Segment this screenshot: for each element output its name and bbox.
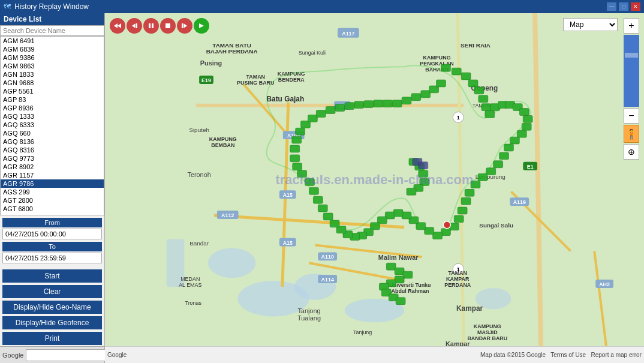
svg-rect-130 [330, 220, 339, 227]
svg-text:1: 1 [457, 115, 460, 121]
svg-rect-143 [419, 162, 428, 169]
device-listbox[interactable]: AGM 6491AGM 6839AGM 9386AGM 9863AGN 1833… [0, 36, 104, 215]
svg-text:Tualang: Tualang [297, 314, 321, 322]
svg-text:Siputeh: Siputeh [189, 127, 209, 133]
device-list-item[interactable]: AGN 1833 [1, 70, 104, 79]
svg-rect-120 [402, 212, 411, 219]
svg-text:Kampar: Kampar [446, 340, 470, 346]
svg-rect-133 [313, 196, 323, 203]
main-content: Device List AGM 6491AGM 6839AGM 9386AGM … [0, 13, 644, 363]
device-list-item[interactable]: AGM 9386 [1, 53, 104, 62]
device-list-item[interactable]: AGQ 660 [1, 129, 104, 137]
device-list-item[interactable]: AGM 9863 [1, 62, 104, 70]
print-button[interactable]: Print [2, 332, 102, 345]
map-search-input[interactable] [26, 349, 115, 361]
svg-text:Tanjung: Tanjung [353, 329, 372, 335]
svg-text:MEDAN: MEDAN [180, 276, 200, 282]
svg-point-3 [345, 299, 404, 323]
svg-rect-152 [316, 110, 326, 118]
play-button[interactable] [194, 18, 209, 34]
search-device-input[interactable] [0, 25, 104, 36]
display-hide-geoname-button[interactable]: Display/Hide Geo-Name [2, 301, 102, 314]
svg-rect-179 [149, 23, 151, 28]
pause-button[interactable] [143, 18, 159, 34]
device-list-item[interactable]: AGT 6800 [1, 205, 104, 213]
device-list-item[interactable]: AGP 83 [1, 95, 104, 104]
pan-button[interactable]: ⊕ [624, 144, 639, 160]
map-container[interactable]: A117 A8 A108 A15 A15 A112 A110 A114 A119… [105, 13, 644, 346]
google-label: Google [2, 352, 23, 359]
svg-text:AL EMAS: AL EMAS [179, 282, 201, 288]
close-button[interactable]: ✕ [631, 2, 640, 11]
svg-rect-103 [504, 144, 514, 151]
svg-text:BEMBAN: BEMBAN [211, 142, 234, 148]
terms-link[interactable]: Terms of Use [550, 352, 586, 358]
zoom-controls: + − 🧍 ⊕ [624, 18, 639, 160]
device-list-item[interactable]: AGR 9786 [1, 179, 104, 188]
svg-text:PERDANA: PERDANA [444, 282, 471, 288]
zoom-out-button[interactable]: − [624, 108, 639, 124]
svg-text:A15: A15 [283, 240, 293, 246]
svg-rect-90 [474, 87, 484, 94]
svg-rect-183 [182, 23, 183, 28]
svg-rect-102 [510, 137, 519, 144]
svg-rect-111 [458, 207, 467, 214]
svg-rect-86 [441, 64, 451, 71]
forward-button[interactable] [177, 18, 192, 34]
svg-text:Sungai Kuli: Sungai Kuli [299, 50, 326, 56]
svg-marker-182 [183, 23, 187, 28]
report-error-link[interactable]: Report a map error [591, 352, 642, 358]
svg-rect-107 [478, 174, 487, 181]
stop-button[interactable] [160, 18, 176, 34]
svg-rect-88 [461, 73, 471, 80]
svg-rect-153 [326, 107, 335, 114]
device-list-item[interactable]: AGM 6839 [1, 45, 104, 53]
device-list-item[interactable]: AGP 5561 [1, 87, 104, 95]
device-list-item[interactable]: AGQ 8136 [1, 137, 104, 146]
svg-rect-108 [471, 181, 480, 188]
device-list-item[interactable]: AGT 2800 [1, 196, 104, 205]
map-type-dropdown[interactable]: Map Satellite Terrain Hybrid [563, 18, 618, 31]
svg-marker-177 [132, 23, 136, 28]
zoom-slider[interactable] [624, 35, 639, 107]
device-list-item[interactable]: AGQ 8316 [1, 146, 104, 154]
left-panel: Device List AGM 6491AGM 6839AGM 9386AGM … [0, 13, 105, 363]
device-list-item[interactable]: AGQ 1333 [1, 112, 104, 121]
svg-rect-92 [482, 104, 491, 111]
map-bottom-bar: Google Map data ©2015 Google Terms of Us… [105, 346, 644, 363]
svg-text:A114: A114 [321, 277, 334, 283]
app-icon: 🗺 [4, 2, 11, 11]
svg-rect-155 [345, 103, 354, 110]
minimize-button[interactable]: — [607, 2, 616, 11]
pegman-button[interactable]: 🧍 [624, 125, 639, 143]
device-list-item[interactable]: AGN 9688 [1, 79, 104, 87]
svg-rect-138 [419, 170, 428, 178]
svg-rect-149 [296, 128, 305, 135]
svg-text:BAJAH PERDANA: BAJAH PERDANA [206, 48, 258, 55]
device-list-item[interactable]: AGR 1157 [1, 171, 104, 179]
to-datetime-input[interactable] [2, 253, 102, 263]
back-button[interactable] [127, 18, 142, 34]
svg-text:E19: E19 [201, 77, 211, 83]
svg-rect-98 [519, 109, 529, 116]
clear-button[interactable]: Clear [2, 285, 102, 298]
svg-rect-165 [437, 80, 446, 87]
device-list-item[interactable]: AGP 8936 [1, 104, 104, 112]
zoom-in-button[interactable]: + [624, 18, 639, 34]
from-datetime-input[interactable] [2, 229, 102, 239]
start-button[interactable]: Start [2, 269, 102, 283]
svg-rect-160 [392, 100, 402, 107]
device-list-item[interactable]: AGQ 9773 [1, 154, 104, 163]
svg-rect-163 [421, 91, 431, 98]
window-title: History Replay Window [14, 2, 607, 11]
display-hide-geofence-button[interactable]: Display/Hide Geofence [2, 316, 102, 329]
device-list-item[interactable]: AGR 8902 [1, 163, 104, 171]
svg-text:KAMPUNG: KAMPUNG [423, 55, 451, 61]
device-list-item[interactable]: AGS 299 [1, 188, 104, 196]
device-list-item[interactable]: AGQ 6333 [1, 121, 104, 129]
map-area: A117 A8 A108 A15 A15 A112 A110 A114 A119… [105, 13, 644, 363]
rewind-button[interactable] [110, 18, 125, 34]
device-list-item[interactable]: AGM 6491 [1, 37, 104, 45]
restore-button[interactable]: □ [619, 2, 628, 11]
svg-rect-148 [292, 136, 302, 143]
